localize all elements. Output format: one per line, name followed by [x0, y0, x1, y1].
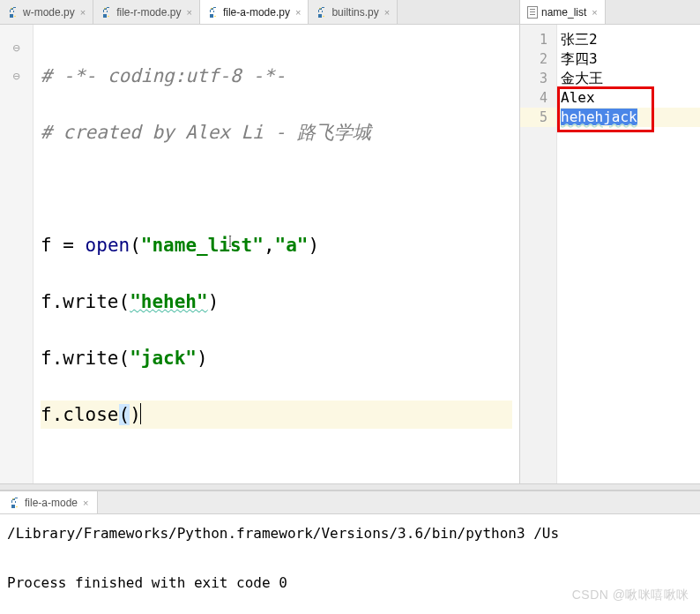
editor-pane-right: name_list × 1 2 3 4 5 张三2 李四3 金大王 Alex h: [520, 0, 700, 483]
file-line: 李四3: [557, 49, 700, 69]
tab-label: w-mode.py: [23, 6, 75, 19]
tab-label: builtins.py: [331, 6, 378, 19]
file-content[interactable]: 张三2 李四3 金大王 Alex hehehjack: [557, 25, 700, 483]
line-number-gutter: 1 2 3 4 5: [520, 25, 557, 483]
python-file-icon: [7, 6, 19, 19]
svg-point-4: [211, 7, 212, 9]
svg-point-0: [11, 7, 12, 9]
svg-point-2: [104, 7, 106, 9]
close-icon[interactable]: ×: [186, 7, 191, 18]
code-area[interactable]: # -*- coding:utf-8 -*- # created by Alex…: [34, 25, 519, 483]
tab-label: file-r-mode.py: [116, 6, 181, 19]
text-caret: [140, 403, 141, 424]
python-file-icon: [316, 6, 328, 19]
tab-label: name_list: [541, 6, 586, 19]
close-icon[interactable]: ×: [592, 7, 597, 18]
pane-splitter[interactable]: [0, 483, 700, 490]
python-file-icon: [207, 6, 220, 19]
line-number: 5: [520, 108, 556, 127]
tab-file-r-mode[interactable]: file-r-mode.py ×: [93, 0, 200, 24]
file-viewer[interactable]: 1 2 3 4 5 张三2 李四3 金大王 Alex hehehjack: [520, 25, 700, 483]
editor-gutter: ⊖ ⊖: [0, 25, 34, 483]
svg-point-1: [14, 15, 16, 17]
code-comment: # created by Alex Li - 路飞学城: [41, 122, 371, 143]
file-line: 金大王: [557, 69, 700, 88]
tab-builtins[interactable]: builtins.py ×: [309, 0, 398, 24]
editor-tab-bar: w-mode.py × file-r-mode.py × file-a-mode…: [0, 0, 519, 25]
watermark: CSDN @啾咪嘻啾咪: [572, 588, 689, 603]
svg-point-3: [108, 15, 109, 17]
close-icon[interactable]: ×: [80, 7, 86, 18]
python-file-icon: [101, 6, 113, 19]
console-line: /Library/Frameworks/Python.framework/Ver…: [7, 521, 696, 546]
text-file-icon: [527, 6, 538, 19]
tab-w-mode[interactable]: w-mode.py ×: [0, 0, 93, 24]
line-number: 1: [520, 30, 556, 49]
file-line: hehehjack: [557, 108, 700, 127]
code-comment: # -*- coding:utf-8 -*-: [41, 65, 286, 86]
python-file-icon: [9, 497, 21, 509]
file-line: Alex: [557, 88, 700, 108]
svg-point-5: [214, 15, 216, 17]
svg-point-6: [320, 7, 322, 9]
code-editor[interactable]: ⊖ ⊖ # -*- coding:utf-8 -*- # created by …: [0, 25, 519, 483]
tab-name-list[interactable]: name_list ×: [520, 0, 606, 24]
line-number: 4: [520, 88, 556, 108]
line-number: 2: [520, 49, 556, 69]
fold-icon[interactable]: ⊖: [0, 34, 33, 62]
selected-text: hehehjack: [561, 109, 637, 125]
run-tab-bar: file-a-mode ×: [0, 491, 700, 514]
editor-tab-bar-right: name_list ×: [520, 0, 700, 25]
close-icon[interactable]: ×: [295, 7, 301, 18]
svg-point-7: [324, 15, 325, 17]
run-tab-label: file-a-mode: [25, 497, 78, 509]
run-tab[interactable]: file-a-mode ×: [0, 491, 98, 513]
tab-label: file-a-mode.py: [223, 6, 290, 19]
tab-file-a-mode[interactable]: file-a-mode.py ×: [200, 0, 309, 24]
fold-icon[interactable]: ⊖: [0, 62, 33, 90]
editor-pane-left: w-mode.py × file-r-mode.py × file-a-mode…: [0, 0, 520, 483]
i-beam-cursor: I: [229, 228, 232, 256]
svg-point-8: [12, 498, 14, 499]
svg-point-9: [16, 505, 18, 507]
close-icon[interactable]: ×: [83, 498, 88, 508]
line-number: 3: [520, 69, 556, 88]
close-icon[interactable]: ×: [384, 7, 390, 18]
file-line: 张三2: [557, 30, 700, 49]
